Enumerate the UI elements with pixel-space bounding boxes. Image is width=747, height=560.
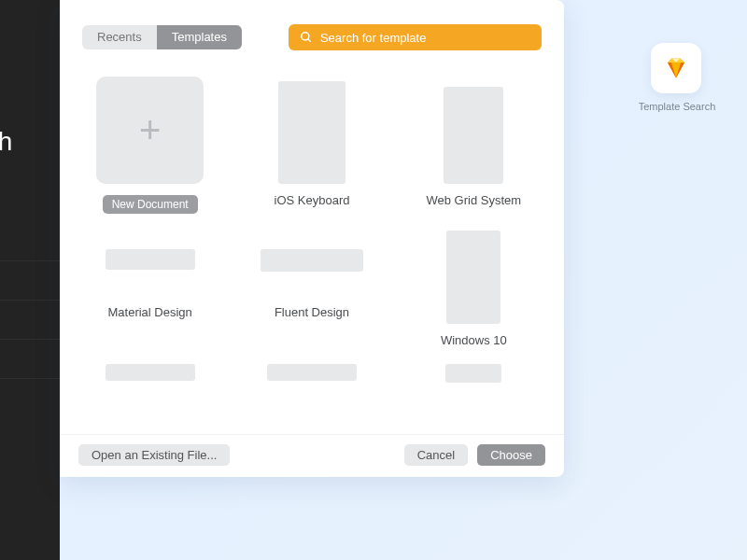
template-thumb [445, 364, 501, 383]
template-label: New Document [103, 195, 198, 214]
diamond-icon [662, 54, 690, 82]
tab-recents[interactable]: Recents [82, 25, 157, 49]
template-chooser-modal: Recents Templates Search for template + … [60, 0, 564, 477]
template-partial-1[interactable] [82, 364, 218, 385]
template-thumb [267, 364, 357, 381]
template-thumb [444, 87, 503, 184]
template-grid: + New Document iOS Keyboard Web Grid Sys… [60, 58, 564, 434]
app-icon[interactable] [651, 43, 701, 93]
template-thumb [261, 249, 363, 272]
template-thumb [446, 231, 500, 324]
template-new-document[interactable]: + New Document [82, 77, 218, 214]
template-label: Fluent Design [275, 305, 349, 319]
svg-line-1 [308, 39, 311, 42]
sidebar-item[interactable]: s [0, 301, 60, 340]
template-windows-10[interactable]: Windows 10 [406, 231, 542, 347]
template-thumb [106, 364, 195, 381]
template-label: Web Grid System [427, 193, 522, 207]
search-input[interactable]: Search for template [289, 24, 542, 50]
template-label: Windows 10 [441, 333, 507, 347]
template-label: Material Design [108, 305, 192, 319]
open-existing-file-button[interactable]: Open an Existing File... [78, 444, 230, 466]
app-title-fragment: tch [0, 127, 12, 157]
svg-point-0 [302, 33, 309, 40]
modal-footer: Open an Existing File... Cancel Choose [60, 434, 564, 477]
plus-icon: + [139, 109, 161, 151]
template-partial-3[interactable] [406, 364, 542, 385]
template-partial-2[interactable] [244, 364, 379, 385]
template-web-grid[interactable]: Web Grid System [406, 77, 542, 214]
template-material-design[interactable]: Material Design [82, 231, 218, 347]
sidebar-item[interactable]: torials [0, 222, 60, 261]
template-fluent-design[interactable]: Fluent Design [244, 231, 379, 347]
app-icon-label: Template Search [630, 101, 724, 112]
choose-button[interactable]: Choose [477, 444, 545, 466]
template-label: iOS Keyboard [275, 193, 350, 207]
search-placeholder: Search for template [320, 31, 426, 45]
tab-segmented-control: Recents Templates [82, 25, 242, 49]
sidebar-items: torials ox s esigns [0, 222, 60, 379]
sidebar-item[interactable]: esigns [0, 340, 60, 379]
template-ios-keyboard[interactable]: iOS Keyboard [244, 77, 379, 214]
welcome-sidebar: tch torials ox s esigns [0, 0, 60, 560]
new-document-thumb: + [96, 77, 204, 184]
modal-header: Recents Templates Search for template [60, 0, 564, 58]
tab-templates[interactable]: Templates [157, 25, 242, 49]
search-icon [300, 31, 313, 44]
sidebar-item[interactable]: ox [0, 261, 60, 301]
template-thumb [106, 249, 195, 270]
template-thumb [278, 81, 345, 184]
cancel-button[interactable]: Cancel [404, 444, 468, 466]
